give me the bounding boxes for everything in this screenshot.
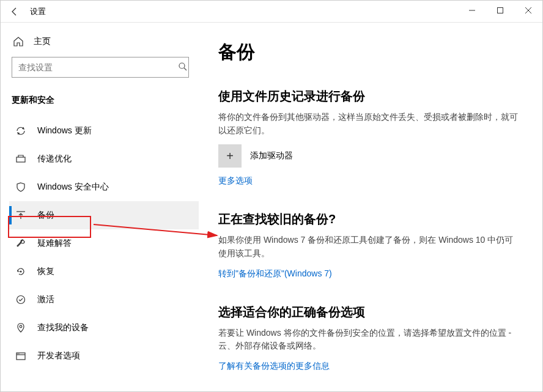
nav-item-delivery-optimization[interactable]: 传递优化 [9,145,199,173]
nav-item-backup[interactable]: 备份 [9,201,199,229]
close-button[interactable] [514,1,542,20]
nav-label: 恢复 [37,266,54,277]
section-file-history: 使用文件历史记录进行备份 将你的文件备份到其他驱动器，这样当原始文件丢失、受损或… [218,88,520,187]
learn-more-link[interactable]: 了解有关备份选项的更多信息 [218,361,330,372]
section-backup-options: 选择适合你的正确备份选项 若要让 Windows 将你的文件备份到安全的位置，请… [218,304,520,372]
search-input[interactable] [12,57,189,78]
svg-point-6 [20,271,22,273]
section-desc: 如果你使用 Windows 7 备份和还原工具创建了备份，则在 Windows … [218,234,520,260]
nav-label: 备份 [37,210,54,221]
main-content: 备份 使用文件历史记录进行备份 将你的文件备份到其他驱动器，这样当原始文件丢失、… [204,23,542,391]
nav-item-find-device[interactable]: 查找我的设备 [9,314,199,342]
svg-point-7 [17,296,25,304]
sync-icon [14,125,28,136]
maximize-button[interactable] [486,1,514,20]
nav-item-troubleshoot[interactable]: 疑难解答 [9,229,199,257]
nav-label: 查找我的设备 [37,322,89,333]
svg-rect-4 [17,157,25,162]
home-icon [12,36,25,47]
svg-point-12 [18,353,19,354]
nav-item-recovery[interactable]: 恢复 [9,257,199,286]
developer-icon [14,350,28,361]
section-desc: 将你的文件备份到其他驱动器，这样当原始文件丢失、受损或者被删除时，就可以还原它们… [218,111,520,137]
svg-point-2 [179,63,185,68]
section-heading: 正在查找较旧的备份? [218,211,520,227]
backup-icon [14,210,28,221]
delivery-icon [14,153,28,165]
nav-label: Windows 安全中心 [37,182,109,193]
page-title: 备份 [218,40,520,65]
section-old-backup: 正在查找较旧的备份? 如果你使用 Windows 7 备份和还原工具创建了备份，… [218,211,520,279]
window-title: 设置 [30,6,46,17]
win7-backup-link[interactable]: 转到"备份和还原"(Windows 7) [218,268,332,279]
nav-item-activation[interactable]: 激活 [9,286,199,314]
plus-icon: + [218,144,242,168]
nav-list: Windows 更新 传递优化 Windows 安全中心 备份 [9,117,199,370]
search-box [12,57,196,78]
svg-point-8 [20,325,22,328]
nav-item-windows-update[interactable]: Windows 更新 [9,117,199,145]
wrench-icon [14,238,28,249]
titlebar: 设置 [1,1,542,23]
back-button[interactable] [6,3,23,20]
svg-line-3 [184,68,187,70]
search-icon [178,62,188,74]
nav-label: 传递优化 [37,153,72,165]
nav-item-security[interactable]: Windows 安全中心 [9,173,199,201]
nav-label: Windows 更新 [37,125,92,136]
home-link[interactable]: 主页 [9,31,199,57]
nav-label: 激活 [37,294,54,305]
section-desc: 若要让 Windows 将你的文件备份到安全的位置，请选择希望放置文件的位置 -… [218,327,520,353]
section-heading: 使用文件历史记录进行备份 [218,88,520,105]
nav-label: 疑难解答 [37,238,72,249]
more-options-link[interactable]: 更多选项 [218,176,253,187]
activation-icon [14,294,28,305]
recovery-icon [14,266,28,277]
minimize-button[interactable] [458,1,486,20]
nav-item-developer[interactable]: 开发者选项 [9,342,199,370]
svg-point-11 [17,353,18,354]
add-drive-button[interactable]: + 添加驱动器 [218,144,520,168]
shield-icon [14,182,28,193]
location-icon [14,322,28,333]
sidebar: 主页 更新和安全 Windows 更新 传递优化 [1,23,204,391]
nav-label: 开发者选项 [37,350,80,361]
section-header: 更新和安全 [9,90,199,117]
svg-rect-1 [498,8,503,13]
add-drive-label: 添加驱动器 [250,150,293,161]
home-label: 主页 [34,36,51,47]
section-heading: 选择适合你的正确备份选项 [218,304,520,320]
